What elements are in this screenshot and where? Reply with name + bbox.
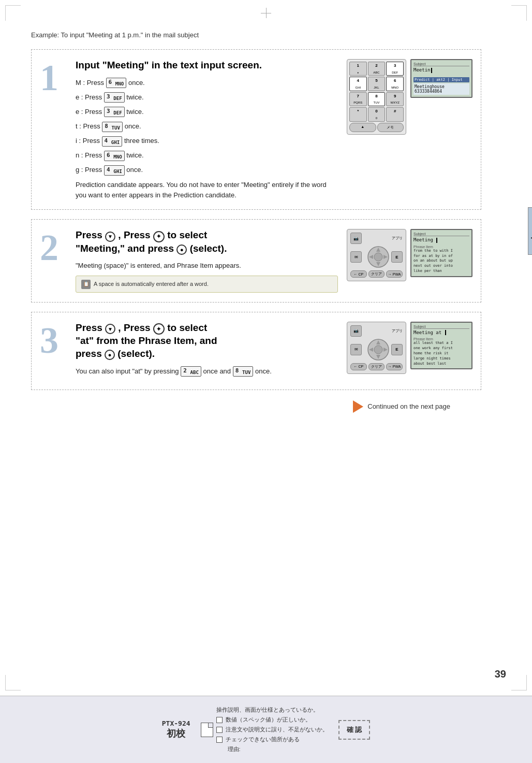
- step-1-prediction-note: Prediction candidate appears. You do not…: [76, 180, 338, 200]
- page-number: 39: [495, 668, 506, 680]
- step-2-dpad-btn: ✦: [153, 231, 165, 242]
- model-revision: 初校: [162, 727, 190, 740]
- step-2-number: 2: [40, 229, 68, 293]
- step-3-dpad-btn: ✦: [153, 323, 165, 335]
- step-1-content: Input "Meeting" in the text input screen…: [76, 59, 338, 200]
- key-8-step3: 8 TUV: [233, 366, 254, 377]
- dpad-3: 📷 アプリ ✉: [347, 322, 406, 374]
- bottom-doc-area: 操作説明、画面が仕様とあっているか。 数値（スペック値）が正しいか。 注意文や説…: [201, 706, 328, 753]
- key-9: 9WXYZ: [386, 92, 404, 106]
- step-3-down-btn: ▼: [105, 324, 115, 334]
- step-2-press1: Press: [76, 229, 105, 240]
- key-4-second: 4 GHI: [104, 165, 125, 176]
- dpad-3-bottom-right: → PWA: [386, 363, 403, 370]
- check-label-4: 理由:: [216, 745, 241, 753]
- key-3-display: 3DEF: [386, 62, 404, 76]
- checkbox-3[interactable]: [216, 737, 223, 743]
- step-3-title: Press ▼ , Press ✦ to select"at" from the…: [76, 322, 338, 361]
- step-1-line-t: t : Press 8 TUV once.: [76, 121, 338, 132]
- step-2-note-text: A space is automatically entered after a…: [94, 279, 209, 289]
- step-1-line-e2: e : Press 3 DEF twice.: [76, 106, 338, 118]
- key-0: 00: [368, 107, 386, 121]
- step-3-body-text: You can also input "at" by pressing 2 AB…: [76, 366, 338, 377]
- step-2-down-btn: ▼: [105, 232, 115, 242]
- dpad-bottom-left: ← CP: [350, 270, 367, 278]
- key-8-first: 8 TUV: [102, 122, 123, 132]
- check-label-3: チェックできない箇所がある: [226, 736, 300, 743]
- dpad-circle-svg: [367, 246, 390, 268]
- continued-text: Continued on the next page: [367, 402, 450, 410]
- screen-2: Subject Meeting Phrase Item from the to …: [410, 229, 472, 277]
- check-item-1: 数値（スペック値）が正しいか。: [216, 716, 328, 724]
- step-2-images: 📷 アプリ ✉: [338, 229, 472, 293]
- step-1-line-i: i : Press 4 GHI three times.: [76, 135, 338, 147]
- step-2-title: Press ▼ , Press ✦ to select"Meeting," an…: [76, 229, 338, 255]
- checklist: 操作説明、画面が仕様とあっているか。 数値（スペック値）が正しいか。 注意文や説…: [216, 706, 328, 753]
- checkbox-2[interactable]: [216, 727, 223, 733]
- step-1-images: 1♦ 2ABC 3DEF 4GHI 5JKL 6MNO 7PQRS 8TUV 9…: [338, 59, 472, 200]
- step-2-note: 📋 A space is automatically entered after…: [76, 276, 338, 293]
- key-2-step3: 2 ABC: [181, 366, 201, 377]
- screen-2-phrase-content: from the to with I for as at by in of on…: [413, 249, 469, 274]
- screen-2-content: Meeting: [413, 237, 469, 243]
- dpad-e-btn: E: [391, 251, 403, 263]
- step-3-images: 📷 アプリ ✉: [338, 322, 472, 380]
- screen-1-title: Subject: [413, 62, 469, 66]
- key-4-display: 4GHI: [349, 77, 367, 91]
- step-1-line-g: g : Press 4 GHI once.: [76, 164, 338, 176]
- check-label-1: 数値（スペック値）が正しいか。: [226, 716, 311, 724]
- dpad-3-bottom-center: クリア: [368, 363, 385, 370]
- key-2: 2ABC: [368, 62, 386, 76]
- check-item-2: 注意文や説明文に誤り、不足がないか。: [216, 726, 328, 733]
- reg-mark-tr: [511, 5, 527, 21]
- key-6-first: 6 MNO: [106, 78, 127, 88]
- key-7: 7PQRS: [349, 92, 367, 106]
- key-star: *: [349, 107, 367, 121]
- continued-arrow: [353, 400, 363, 413]
- dpad-bottom-center: クリア: [368, 270, 385, 278]
- screen-1-content: Meetin: [413, 67, 469, 73]
- step-3-block: 3 Press ▼ , Press ✦ to select"at" from t…: [31, 312, 481, 390]
- screen-3-content: Meeting at: [413, 330, 469, 336]
- checkbox-1[interactable]: [216, 717, 223, 723]
- screen-1: Subject Meetin Predict | akt2 | Input Me…: [410, 59, 472, 98]
- doc-icon: [201, 723, 213, 737]
- step-1-body: M : Press 6 MNO once. e : Press 3 DEF tw…: [76, 77, 338, 200]
- screen-2-title: Subject: [413, 232, 469, 236]
- step-1-number: 1: [40, 59, 68, 200]
- dpad-2: 📷 アプリ ✉: [347, 229, 406, 281]
- key-3-first: 3 DEF: [104, 92, 125, 103]
- svg-point-5: [374, 253, 382, 261]
- cross-mark: [261, 8, 271, 18]
- dpad-icon-msg: ✉: [350, 251, 362, 263]
- key-3-second: 3 DEF: [104, 107, 125, 117]
- step-1-title: Input "Meeting" in the text input screen…: [76, 59, 338, 72]
- model-number: PTX-924: [162, 719, 190, 727]
- reg-mark-br: [511, 675, 527, 690]
- check-item-3: チェックできない箇所がある: [216, 736, 328, 743]
- step-3-number: 3: [40, 322, 68, 380]
- screen-2-phrase-title: Phrase Item: [413, 245, 469, 249]
- bottom-model: PTX-924 初校: [162, 719, 190, 740]
- step-1-block: 1 Input "Meeting" in the text input scre…: [31, 49, 481, 210]
- step-2-content: Press ▼ , Press ✦ to select"Meeting," an…: [76, 229, 338, 293]
- screen-3: Subject Meeting at Phrase Item all least…: [410, 322, 472, 369]
- dpad-bottom-right: → PWA: [386, 270, 403, 278]
- step-1-line-n: n : Press 6 MNO twice.: [76, 150, 338, 161]
- dpad-label-top: アプリ: [392, 236, 403, 241]
- continued-section: Continued on the next page: [31, 400, 450, 413]
- key-1: 1♦: [349, 62, 367, 76]
- step-2-body-text: "Meeting (space)" is entered, and Phrase…: [76, 260, 338, 271]
- dpad-3-circle-svg: [367, 338, 390, 361]
- step-3-body: You can also input "at" by pressing 2 AB…: [76, 366, 338, 377]
- screen-3-title: Subject: [413, 325, 469, 329]
- step-3-content: Press ▼ , Press ✦ to select"at" from the…: [76, 322, 338, 380]
- reg-mark-bl: [5, 675, 21, 690]
- example-text: Example: To input "Meeting at 1 p.m." in…: [31, 31, 481, 39]
- check-label-2: 注意文や説明文に誤り、不足がないか。: [226, 726, 328, 733]
- screen-1-predict-bar: Predict | akt2 | Input: [413, 77, 469, 82]
- keypad-btn-left: ▲: [349, 123, 376, 132]
- screen-1-predict-list: Meetinghouse 63333844864: [413, 83, 469, 95]
- dpad-3-label-top: アプリ: [392, 328, 403, 334]
- svg-point-11: [374, 345, 382, 354]
